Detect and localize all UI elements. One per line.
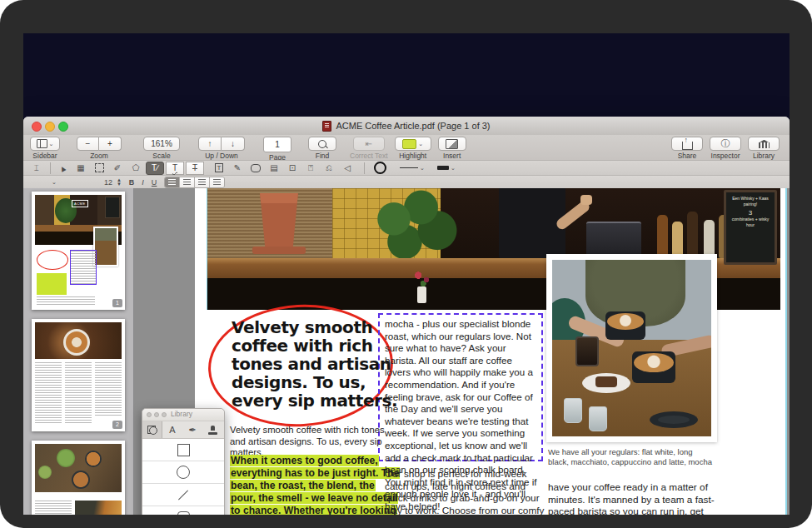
thumb3-bottom-photo (75, 501, 122, 515)
content-area: ACME 1 (23, 188, 790, 515)
library-tabs: A ✒ (142, 421, 224, 439)
pdf-page[interactable]: Een Whisky + Kaas pairing! 3 combinaties… (195, 188, 787, 515)
library-palette-title: Library (171, 410, 192, 418)
highlight-button[interactable]: ⌄ (395, 137, 431, 151)
insert-label: Insert (443, 152, 461, 160)
article-headline[interactable]: Velvety smooth coffee with rich tones an… (232, 318, 398, 410)
line-style-picker[interactable]: ⌄ (398, 162, 426, 174)
circle-shape-icon (177, 466, 190, 479)
squiggle-text-tool[interactable]: T (166, 162, 184, 175)
document-view[interactable]: Een Whisky + Kaas pairing! 3 combinaties… (134, 188, 790, 515)
pdf-app-window: ACME Coffee Article.pdf (Page 1 of 3) ⌄ … (23, 117, 790, 515)
shapes-icon (147, 426, 157, 435)
font-chevron-icon[interactable]: ⌄ (52, 179, 57, 186)
share-icon (682, 142, 693, 150)
scribble-tool[interactable]: ✐ (109, 162, 126, 174)
page-thumbnail-3[interactable]: 3 (32, 441, 125, 515)
info-icon: ⓘ (721, 139, 730, 148)
search-icon (318, 140, 326, 148)
page-up-button[interactable]: ↑ (198, 137, 222, 151)
page-thumbnail-1[interactable]: ACME 1 (32, 192, 125, 310)
highlight-label: Highlight (399, 152, 426, 160)
stamp-icon (208, 426, 217, 435)
page-number-input[interactable] (263, 137, 291, 152)
correct-text-label: Correct Text (350, 152, 388, 160)
tab-stamps[interactable] (202, 421, 222, 438)
photo-caption[interactable]: We have all your regulars: flat white, l… (548, 447, 715, 467)
palette-close-button[interactable] (147, 412, 152, 417)
page-number-badge: 1 (112, 299, 122, 307)
annotation-toolbar: ⌶ ▲ ▦ ✐ ⬠ T∕ T T T ✎ ▤ ⊡ ⍞ ⎌ ◁ ⌄ (23, 160, 790, 175)
share-label: Share (678, 152, 697, 160)
highlighted-paragraph[interactable]: When it comes to good coffee, everything… (230, 455, 401, 515)
thumb1-purple-box (70, 250, 97, 285)
polygon-tool[interactable]: ⬠ (127, 162, 144, 174)
line-thickness-picker[interactable]: ⌄ (435, 162, 458, 174)
underline-button[interactable]: U (152, 178, 157, 187)
library-palette-titlebar[interactable]: Library (142, 409, 224, 421)
library-palette[interactable]: Library A ✒ +⌄ − (142, 408, 225, 515)
pen-tool[interactable]: ✎ (229, 162, 246, 174)
tab-signature[interactable]: ✒ (182, 421, 202, 438)
page-down-button[interactable]: ↓ (222, 137, 245, 151)
desktop-screen: ACME Coffee Article.pdf (Page 1 of 3) ⌄ … (23, 33, 790, 515)
middle-column-paragraph[interactable]: Our shop is perfect for mid-week catch u… (385, 468, 545, 515)
library-item-line[interactable] (142, 484, 224, 506)
library-shape-list (142, 439, 224, 515)
library-item-square[interactable] (142, 439, 224, 461)
strikethrough-text-tool[interactable]: T (186, 162, 204, 175)
palette-zoom-button[interactable] (162, 412, 167, 417)
share-button[interactable] (671, 137, 703, 151)
italic-button[interactable]: I (142, 178, 144, 187)
font-size-value[interactable]: 12 (104, 178, 112, 187)
insert-button[interactable] (438, 137, 466, 151)
highlight-text-tool[interactable]: T∕ (146, 162, 164, 175)
note-tool[interactable]: ▤ (266, 162, 282, 174)
select-rectangle-tool[interactable] (91, 162, 107, 174)
sound-tool[interactable]: ◁ (339, 162, 356, 174)
right-column-paragraph[interactable]: have your coffee ready in a matter of mi… (548, 481, 716, 515)
text-box-tool[interactable]: T (211, 162, 227, 174)
scale-label: Scale (152, 152, 170, 160)
page-thumbnail-2[interactable]: 2 (32, 319, 125, 431)
correct-text-button: ⇤ (353, 137, 385, 151)
image-box-tool[interactable]: ⍞ (302, 162, 319, 174)
select-text-tool[interactable]: ⌶ (28, 162, 45, 174)
align-left-button[interactable] (165, 177, 179, 187)
font-size-stepper[interactable]: ▲▼ (117, 178, 122, 187)
zoom-out-button[interactable]: − (77, 137, 99, 151)
window-titlebar[interactable]: ACME Coffee Article.pdf (Page 1 of 3) (23, 117, 790, 136)
align-center-button[interactable] (179, 177, 194, 187)
align-justify-button[interactable] (209, 177, 224, 187)
thumb3-succulent-photo (35, 444, 122, 492)
rounded-square-shape-icon (177, 511, 190, 516)
bold-button[interactable]: B (129, 178, 135, 187)
tab-text[interactable]: A (162, 421, 182, 438)
sidebar-button-label: Sidebar (32, 152, 57, 160)
library-item-circle[interactable] (142, 461, 224, 484)
left-column-paragraph[interactable]: Velvety smooth coffee with rich tones an… (230, 425, 398, 459)
find-button[interactable] (308, 137, 336, 151)
image-icon (446, 139, 458, 149)
zoom-in-button[interactable]: + (99, 137, 122, 151)
attachment-tool[interactable]: ⎌ (321, 162, 337, 174)
correct-text-tool[interactable]: ▦ (72, 162, 89, 174)
scale-button[interactable]: 161% (143, 137, 180, 151)
highlight-color-swatch (402, 139, 416, 149)
coffee-toast-photo[interactable] (546, 254, 717, 442)
sidebar-toggle-button[interactable]: ⌄ (30, 137, 60, 151)
color-well[interactable] (371, 162, 388, 174)
comment-tool[interactable] (247, 162, 264, 174)
thumb1-inset-photo (93, 227, 118, 266)
monitor-bezel: ACME Coffee Article.pdf (Page 1 of 3) ⌄ … (0, 0, 812, 528)
library-button[interactable] (748, 137, 780, 151)
tab-shapes[interactable] (142, 421, 162, 438)
palette-minimize-button[interactable] (154, 412, 159, 417)
square-shape-icon (177, 444, 190, 456)
align-right-button[interactable] (194, 177, 209, 187)
library-item-rounded-square[interactable] (142, 506, 224, 515)
inspector-button[interactable]: ⓘ (710, 137, 741, 151)
form-field-tool[interactable]: ⊡ (284, 162, 301, 174)
inspector-label: Inspector (711, 152, 740, 160)
thumbnail-sidebar[interactable]: ACME 1 (23, 188, 134, 515)
